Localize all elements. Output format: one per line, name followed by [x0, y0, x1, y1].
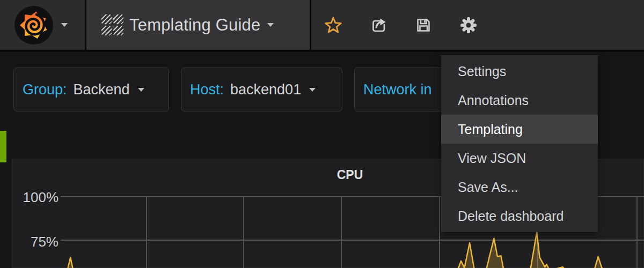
menu-item-save-as[interactable]: Save As...: [441, 173, 598, 202]
menu-item-delete-dashboard[interactable]: Delete dashboard: [441, 202, 598, 230]
variable-label: Host:: [190, 81, 224, 98]
variable-selector-group[interactable]: Group: Backend: [13, 68, 169, 111]
y-axis-tick-100: 100%: [12, 190, 58, 204]
settings-dropdown-menu: Settings Annotations Templating View JSO…: [441, 55, 598, 232]
y-axis-tick-75: 75%: [12, 235, 58, 249]
settings-button[interactable]: [459, 16, 478, 34]
save-icon: [415, 17, 432, 34]
share-icon: [370, 17, 387, 33]
star-button[interactable]: [324, 16, 342, 34]
dashboard-title-dropdown[interactable]: Templating Guide: [86, 0, 310, 50]
share-button[interactable]: [369, 16, 387, 34]
chevron-down-icon: [267, 23, 274, 27]
menu-item-settings[interactable]: Settings: [441, 57, 598, 86]
menu-item-annotations[interactable]: Annotations: [441, 86, 598, 115]
grafana-logo-button[interactable]: [0, 0, 85, 50]
chevron-down-icon: [61, 23, 68, 27]
chevron-down-icon: [309, 88, 316, 92]
gear-icon: [459, 16, 478, 34]
navbar-actions: [311, 0, 644, 50]
variable-label: Network in: [363, 81, 432, 98]
dashboard-grid-icon: [101, 14, 123, 35]
grafana-logo-icon: [14, 5, 54, 45]
save-button[interactable]: [414, 16, 433, 34]
menu-item-view-json[interactable]: View JSON: [441, 144, 598, 173]
variable-label: Group:: [23, 81, 67, 98]
navbar: Templating Guide: [0, 0, 644, 52]
star-icon: [325, 17, 342, 34]
variable-value: Backend: [74, 81, 130, 98]
menu-item-templating[interactable]: Templating: [441, 115, 598, 144]
dashboard-title: Templating Guide: [129, 16, 260, 35]
chevron-down-icon: [138, 88, 144, 92]
variable-selector-host[interactable]: Host: backend01: [181, 68, 342, 111]
variable-value: backend01: [230, 81, 301, 98]
grafana-dashboard: Templating Guide: [0, 0, 644, 268]
row-drag-handle[interactable]: [0, 131, 6, 162]
